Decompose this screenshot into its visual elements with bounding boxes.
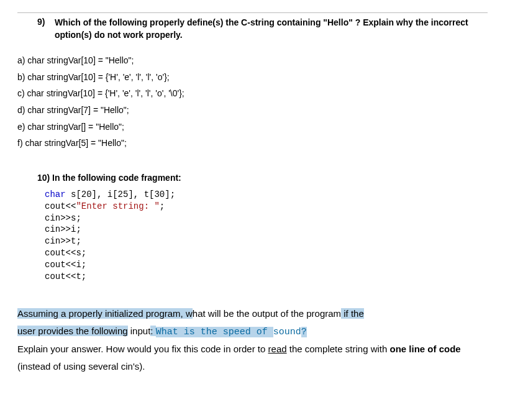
exp-code-input: What is the speed of	[156, 327, 273, 337]
code-line: cin>>t;	[45, 236, 81, 246]
code-line: cin>>s;	[45, 213, 81, 223]
q9-option-d: d) char stringVar[7] = "Hello";	[17, 102, 488, 119]
code-line: cout<<i;	[45, 260, 86, 270]
q10-code-block: char s[20], i[25], t[30]; cout<<"Enter s…	[45, 189, 488, 283]
exp-text: user provides the following	[17, 326, 128, 336]
code-semi: ;	[160, 201, 165, 211]
code-string-literal: "Enter string: "	[76, 201, 159, 211]
q9-header: 9) Which of the following properly defin…	[37, 17, 488, 41]
q9-options: a) char stringVar[10] = "Hello"; b) char…	[17, 52, 488, 152]
exp-text: the complete string with	[287, 344, 390, 354]
q9-option-c: c) char stringVar[10] = {'H', 'e', 'l', …	[17, 85, 488, 102]
document-page: 9) Which of the following properly defin…	[0, 0, 505, 400]
code-decl: s[20], i[25], t[30];	[66, 189, 175, 199]
q9-prompt: Which of the following properly define(s…	[55, 17, 483, 41]
exp-text: if the	[341, 308, 364, 319]
exp-underline-read: read	[268, 344, 287, 354]
q9-option-a: a) char stringVar[10] = "Hello";	[17, 52, 488, 69]
code-cout-prefix: cout<<	[45, 201, 76, 211]
exp-bold-oneline: one line of code	[390, 344, 461, 354]
exp-text: hat will be the output of the program	[193, 308, 341, 319]
q10-explanation: Assuming a properly initialized program,…	[17, 305, 488, 375]
exp-code-input: sound	[273, 327, 301, 337]
code-keyword-char: char	[45, 189, 66, 199]
exp-text: :	[150, 326, 155, 336]
q9-number: 9)	[37, 17, 52, 27]
exp-text: input	[128, 326, 151, 336]
code-line: cout<<s;	[45, 248, 86, 258]
exp-text: Explain your answer. How would you fix t…	[17, 344, 268, 354]
q10-header: 10) In the following code fragment:	[37, 173, 488, 183]
q9-option-e: e) char stringVar[] = "Hello";	[17, 119, 488, 135]
code-line: cout<<t;	[45, 272, 86, 281]
top-divider	[17, 12, 488, 13]
exp-text: Assuming a properly initialized program,…	[17, 308, 193, 319]
q9-option-f: f) char stringVar[5] = "Hello";	[17, 135, 488, 152]
code-line: cin>>i;	[45, 224, 81, 234]
exp-text: (instead of using several cin's).	[17, 361, 145, 372]
exp-code-input: ?	[301, 327, 307, 337]
q9-option-b: b) char stringVar[10] = {'H', 'e', 'l', …	[17, 69, 488, 86]
